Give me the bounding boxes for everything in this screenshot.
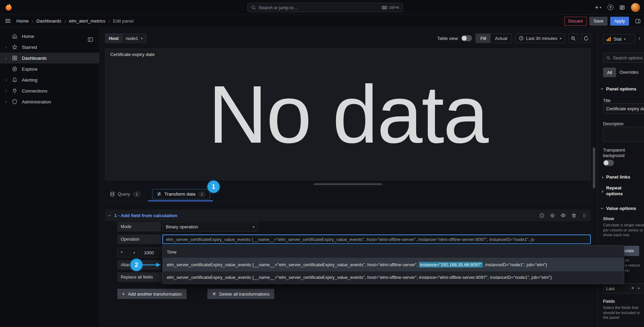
chevron-down-icon[interactable]: › [107, 215, 113, 216]
repeat-options-section[interactable]: › Repeat options [602, 185, 633, 197]
mode-select[interactable]: Binary operation ▾ [162, 222, 258, 231]
database-icon [110, 191, 115, 197]
fields-label: Fields [603, 299, 615, 304]
breadcrumb: Home › Dashboards › elm_alert_metrics › … [16, 15, 133, 27]
new-menu-button[interactable]: + ▾ [595, 4, 601, 11]
sidebar-item-explore[interactable]: Explore [0, 63, 99, 74]
eye-icon[interactable] [560, 213, 566, 218]
transformation-title: 1 - Add field from calculation [114, 213, 177, 218]
sidebar-item-label: Alerting [22, 77, 38, 83]
breadcrumb-bar: Home › Dashboards › elm_alert_metrics › … [0, 15, 644, 27]
occluded-text-fragment: on [625, 258, 629, 262]
title-label: Title [603, 98, 611, 103]
resize-handle[interactable] [314, 183, 382, 185]
transformation-header[interactable]: › 1 - Add field from calculation [105, 210, 591, 221]
sidebar-item-starred[interactable]: › Starred [0, 42, 99, 53]
refresh-icon [584, 36, 589, 41]
help-icon[interactable]: ? [608, 4, 613, 10]
sidebar-item-label: Connections [22, 88, 47, 94]
chevron-right-icon[interactable]: › [3, 77, 9, 83]
breadcrumb-dashboards[interactable]: Dashboards [36, 18, 61, 24]
chevron-right-icon[interactable]: › [3, 55, 9, 61]
chevron-down-icon: › [600, 208, 605, 209]
sidebar-item-label: Explore [22, 67, 38, 72]
breadcrumb-separator: › [64, 18, 66, 24]
sidebar-item-dashboards[interactable]: › Dashboards [0, 53, 99, 63]
clear-icon[interactable]: ✕ [631, 286, 634, 290]
replace-all-fields-label: Replace all fields [117, 272, 162, 282]
refresh-button[interactable] [581, 33, 591, 43]
sidebar-item-label: Dashboards [22, 56, 47, 61]
breadcrumb-separator: › [108, 18, 110, 24]
avatar[interactable] [631, 3, 640, 12]
chevron-right-icon[interactable]: › [3, 99, 9, 104]
sidebar-item-label: Starred [22, 45, 37, 50]
menu-item-metric-hostname[interactable]: elm_server_certificateExpiry_value_event… [163, 271, 624, 283]
panel-options-section[interactable]: › Panel options [602, 86, 636, 92]
delete-transformations-button[interactable]: ✕ Delete all transformations [207, 289, 274, 299]
news-icon[interactable] [619, 5, 625, 10]
operator-select[interactable]: * ▾ [117, 248, 138, 257]
chevron-down-icon: ▾ [624, 37, 626, 41]
global-search-input[interactable]: Search or jump to... ctrl+k [247, 3, 403, 12]
transform-count-badge: 1 [198, 191, 206, 197]
scrollbar-thumb[interactable] [593, 147, 595, 188]
fill-option[interactable]: Fill [476, 34, 491, 43]
sidebar-item-label: Administration [22, 99, 51, 104]
breadcrumb-home[interactable]: Home [16, 18, 29, 24]
info-icon[interactable] [539, 213, 544, 218]
tab-all[interactable]: All [603, 68, 616, 77]
apply-button[interactable]: Apply [610, 17, 629, 26]
menu-icon[interactable] [5, 18, 11, 24]
transparent-background-label: Transparent background [603, 147, 636, 158]
sidebar-item-administration[interactable]: › Administration [0, 96, 99, 107]
sidebar-item-connections[interactable]: › Connections [0, 85, 99, 96]
grafana-logo-icon[interactable] [4, 3, 13, 12]
mode-field-label: Mode [117, 222, 161, 231]
discard-button[interactable]: Discard [564, 17, 587, 26]
transparent-background-toggle[interactable] [603, 160, 614, 166]
tab-overrides[interactable]: Overrides [619, 70, 639, 75]
chevron-down-icon[interactable]: ▾ [638, 286, 640, 290]
options-search-input[interactable]: Search options [603, 53, 644, 63]
pane-size-segmented: Fill Actual [475, 33, 512, 43]
sidebar-item-home[interactable]: Home [0, 31, 99, 42]
chevron-right-icon[interactable]: › [3, 44, 9, 50]
panel-editor-toolbar: Host node1 ▾ Table view Fill Actual Last… [105, 33, 591, 44]
drag-handle-icon[interactable] [582, 213, 587, 218]
collapse-options-icon[interactable]: › [639, 35, 640, 41]
operation-field-label: Operation [117, 234, 161, 244]
sidebar-item-alerting[interactable]: › Alerting [0, 74, 99, 85]
visualization-picker[interactable]: Stat ▾ [603, 34, 635, 44]
administration-icon [12, 99, 18, 104]
search-icon [606, 56, 611, 60]
actual-option[interactable]: Actual [491, 34, 512, 43]
chevron-right-icon[interactable]: › [3, 88, 9, 94]
trash-icon[interactable] [571, 213, 576, 218]
breadcrumb-dashboard-name[interactable]: elm_alert_metrics [69, 18, 105, 24]
description-label: Description [603, 122, 624, 126]
active-tab-underline [148, 200, 213, 201]
tab-query[interactable]: Query 1 [110, 191, 141, 197]
nav-sidebar: Home › Starred › Dashboards Explore › Al… [0, 27, 100, 327]
panel-links-section[interactable]: › Panel links [602, 174, 630, 180]
add-transformation-button[interactable]: + Add another transformation [117, 289, 187, 299]
time-range-picker[interactable]: Last 30 minutes ▾ [515, 33, 565, 43]
operation-suggestions-menu: Time elm_server_certificateExpiry_value_… [162, 245, 624, 284]
operation-input[interactable]: elm_server_certificateExpiry_value_event… [162, 234, 591, 244]
menu-item-metric-ip[interactable]: elm_server_certificateExpiry_value_event… [163, 258, 624, 271]
chevron-right-icon: › [602, 188, 603, 194]
panel-right-icon[interactable] [635, 18, 641, 24]
menu-item-time[interactable]: Time [163, 246, 624, 258]
description-textarea[interactable] [603, 127, 644, 142]
panel-title-input[interactable]: Certificate expiry date [603, 103, 644, 114]
tab-transform-data[interactable]: Transform data 1 [152, 189, 210, 199]
table-view-toggle[interactable] [461, 35, 472, 41]
save-button[interactable]: Save [589, 17, 608, 26]
breadcrumb-separator: › [32, 18, 33, 24]
fields-help-text: Select the fields that should be include… [603, 305, 641, 320]
variable-picker[interactable]: node1 ▾ [122, 33, 146, 43]
value-options-section[interactable]: › Value options [602, 205, 636, 211]
debug-icon[interactable] [550, 213, 555, 218]
zoom-out-button[interactable] [568, 33, 578, 43]
